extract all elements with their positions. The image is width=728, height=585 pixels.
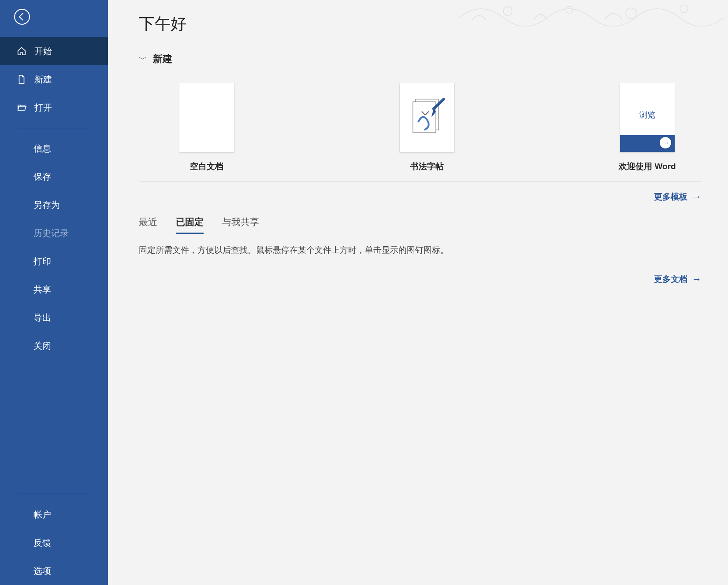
sidebar-item-save[interactable]: 保存 xyxy=(0,163,108,191)
sidebar-item-print[interactable]: 打印 xyxy=(0,247,108,275)
back-button[interactable] xyxy=(11,7,33,28)
sidebar-item-label: 选项 xyxy=(33,565,51,577)
sidebar-item-label: 新建 xyxy=(34,74,52,85)
back-arrow-icon xyxy=(13,8,31,27)
more-documents-label: 更多文档 xyxy=(654,274,687,285)
sidebar-item-label: 关闭 xyxy=(33,340,51,352)
arrow-right-icon: → xyxy=(660,137,671,148)
arrow-right-icon: → xyxy=(692,274,702,285)
template-calligraphy[interactable]: 书法字帖 xyxy=(392,83,462,172)
new-section-header[interactable]: ﹀ 新建 xyxy=(139,52,702,66)
tab-pinned[interactable]: 已固定 xyxy=(176,216,204,234)
svg-point-4 xyxy=(680,5,688,13)
template-thumbnail xyxy=(400,83,454,152)
sidebar-item-label: 帐户 xyxy=(33,509,51,521)
templates-row: 空白文档 书法字帖 浏览 → 欢迎使用 Word xyxy=(139,83,702,172)
sidebar-item-open[interactable]: 打开 xyxy=(0,93,108,122)
document-icon xyxy=(17,74,26,84)
sidebar-item-options[interactable]: 选项 xyxy=(0,557,108,585)
sidebar-item-label: 打开 xyxy=(34,102,52,114)
sidebar-item-share[interactable]: 共享 xyxy=(0,275,108,304)
svg-point-0 xyxy=(15,9,30,24)
sidebar-item-label: 反馈 xyxy=(33,537,51,549)
template-label: 书法字帖 xyxy=(410,161,444,172)
sidebar-item-close[interactable]: 关闭 xyxy=(0,332,108,360)
sidebar-item-label: 打印 xyxy=(33,255,51,267)
template-thumbnail xyxy=(179,83,234,152)
sidebar: 开始 新建 打开 信息 保存 另存为 历史记录 打印 共享 导出 关闭 帐户 xyxy=(0,0,108,585)
template-blank-document[interactable]: 空白文档 xyxy=(171,83,242,172)
sidebar-item-label: 历史记录 xyxy=(33,227,69,239)
sidebar-item-label: 保存 xyxy=(33,171,51,183)
template-thumbnail: 浏览 → xyxy=(620,83,675,152)
svg-point-2 xyxy=(566,6,573,13)
sidebar-item-feedback[interactable]: 反馈 xyxy=(0,529,108,557)
sidebar-item-new[interactable]: 新建 xyxy=(0,65,108,93)
sidebar-item-history: 历史记录 xyxy=(0,219,108,247)
sidebar-item-account[interactable]: 帐户 xyxy=(0,500,108,529)
tab-recent[interactable]: 最近 xyxy=(139,216,157,234)
calligraphy-icon xyxy=(409,96,445,140)
template-label: 欢迎使用 Word xyxy=(619,161,676,172)
document-tabs: 最近 已固定 与我共享 xyxy=(139,216,702,234)
home-icon xyxy=(17,46,26,56)
sidebar-item-label: 另存为 xyxy=(33,199,60,211)
main-content: 下午好 ﹀ 新建 空白文档 书法字帖 浏览 xyxy=(108,0,728,585)
sidebar-item-label: 导出 xyxy=(33,312,51,324)
more-templates-label: 更多模板 xyxy=(654,191,687,203)
sidebar-divider xyxy=(17,494,91,494)
sidebar-item-home[interactable]: 开始 xyxy=(0,37,108,65)
greeting-text: 下午好 xyxy=(139,13,702,35)
divider xyxy=(139,181,702,181)
sidebar-item-save-as[interactable]: 另存为 xyxy=(0,191,108,219)
sidebar-item-label: 信息 xyxy=(33,143,51,155)
arrow-right-icon: → xyxy=(692,191,702,203)
more-templates-link[interactable]: 更多模板 → xyxy=(139,191,702,203)
chevron-down-icon: ﹀ xyxy=(139,54,147,64)
section-title: 新建 xyxy=(153,52,172,66)
sidebar-divider xyxy=(17,128,91,128)
more-documents-link[interactable]: 更多文档 → xyxy=(139,274,702,285)
template-welcome-word[interactable]: 浏览 → 欢迎使用 Word xyxy=(612,83,683,172)
sidebar-item-info[interactable]: 信息 xyxy=(0,134,108,163)
folder-open-icon xyxy=(17,103,26,112)
sidebar-item-label: 开始 xyxy=(34,45,52,57)
pinned-hint-text: 固定所需文件，方便以后查找。鼠标悬停在某个文件上方时，单击显示的图钉图标。 xyxy=(139,244,702,256)
browse-label: 浏览 xyxy=(620,110,675,120)
sidebar-item-export[interactable]: 导出 xyxy=(0,304,108,332)
tab-shared-with-me[interactable]: 与我共享 xyxy=(222,216,259,234)
sidebar-item-label: 共享 xyxy=(33,284,51,296)
template-label: 空白文档 xyxy=(190,161,223,172)
